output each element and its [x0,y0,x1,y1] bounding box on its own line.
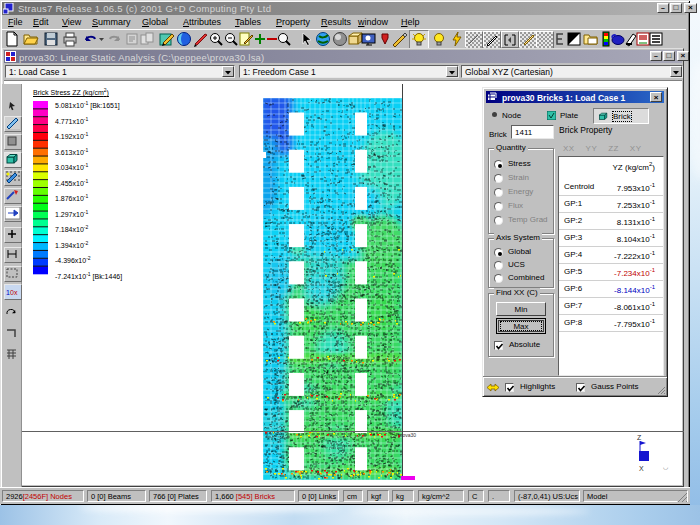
svg-text:0x: 0x [10,289,18,296]
svg-text:Z: Z [637,434,642,441]
svg-text:X: X [639,465,644,472]
